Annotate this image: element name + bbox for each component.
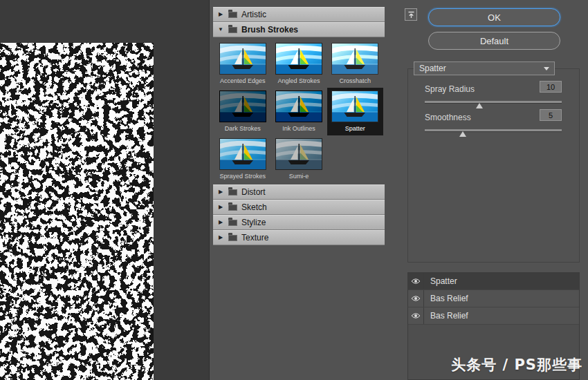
- filter-options-panel: Spray Radius Smoothness: [407, 68, 580, 263]
- thumbnail-image: [331, 91, 378, 122]
- thumbnail-label: Accented Edges: [220, 77, 266, 84]
- thumbnail-label: Crosshatch: [340, 77, 371, 84]
- filter-thumb-accented-edges[interactable]: Accented Edges: [214, 40, 270, 88]
- chevron-right-icon: ▶: [217, 205, 224, 210]
- chevron-down-icon: ▼: [217, 27, 224, 32]
- thumbnail-label: Sprayed Strokes: [219, 173, 266, 180]
- filter-thumb-sprayed-strokes[interactable]: Sprayed Strokes: [214, 135, 270, 183]
- preview-pane[interactable]: [0, 0, 210, 380]
- category-texture[interactable]: ▶ Texture: [213, 230, 385, 245]
- eye-icon: [411, 278, 421, 285]
- filter-thumbnail-grid: Accented Edges Angled Strokes Crosshatch…: [213, 37, 385, 184]
- thumbnail-label: Dark Strokes: [225, 125, 261, 132]
- thumbnail-image: [275, 91, 322, 122]
- category-label: Sketch: [241, 202, 267, 212]
- thumbnail-image: [275, 138, 322, 170]
- watermark: 头条号 / PS那些事: [451, 355, 582, 374]
- category-label: Texture: [241, 233, 268, 243]
- thumbnail-label: Sumi-e: [289, 173, 309, 180]
- filter-select-value: Spatter: [419, 64, 446, 73]
- eye-icon: [411, 295, 421, 302]
- chevron-right-icon: ▶: [217, 189, 224, 195]
- category-stylize[interactable]: ▶ Stylize: [213, 215, 385, 230]
- filter-thumb-dark-strokes[interactable]: Dark Strokes: [214, 88, 270, 135]
- visibility-toggle[interactable]: [408, 290, 424, 307]
- category-label: Stylize: [241, 218, 266, 227]
- category-sketch[interactable]: ▶ Sketch: [213, 200, 385, 215]
- category-distort[interactable]: ▶ Distort: [213, 184, 385, 200]
- smoothness-slider[interactable]: [425, 129, 562, 132]
- thumbnail-image: [331, 43, 378, 75]
- collapse-thumbnails-button[interactable]: [405, 8, 417, 21]
- thumbnail-image: [219, 91, 266, 122]
- thumbnail-image: [275, 43, 322, 75]
- effect-layer-row[interactable]: Spatter: [408, 273, 579, 290]
- category-label: Brush Strokes: [241, 25, 298, 35]
- filter-thumb-angled-strokes[interactable]: Angled Strokes: [270, 40, 327, 88]
- category-artistic[interactable]: ▶ Artistic: [213, 7, 385, 22]
- folder-icon: [228, 235, 237, 241]
- smoothness-label: Smoothness: [425, 113, 471, 122]
- effect-layer-label: Bas Relief: [424, 307, 468, 324]
- filter-thumb-sumi-e[interactable]: Sumi-e: [270, 135, 327, 183]
- thumbnail-image: [219, 138, 266, 170]
- folder-icon: [228, 12, 237, 18]
- chevron-right-icon: ▶: [217, 220, 224, 225]
- folder-icon: [228, 189, 237, 196]
- category-label: Distort: [241, 187, 266, 197]
- effect-layer-row[interactable]: Bas Relief: [408, 290, 579, 307]
- folder-icon: [228, 27, 237, 33]
- folder-icon: [228, 220, 237, 226]
- filter-thumb-crosshatch[interactable]: Crosshatch: [327, 40, 383, 88]
- thumbnail-label: Ink Outlines: [282, 125, 315, 132]
- chevron-right-icon: ▶: [217, 12, 224, 17]
- spray-radius-slider-thumb[interactable]: [476, 103, 483, 108]
- filter-thumb-ink-outlines[interactable]: Ink Outlines: [270, 88, 327, 135]
- spray-radius-input[interactable]: [540, 81, 562, 93]
- spatter-texture-image: [0, 43, 154, 380]
- collapse-arrow-icon: [407, 11, 415, 19]
- visibility-toggle[interactable]: [408, 273, 424, 289]
- thumbnail-label: Angled Strokes: [277, 77, 320, 84]
- filter-select[interactable]: Spatter: [414, 61, 555, 75]
- thumbnail-image: [219, 43, 266, 75]
- effect-layer-label: Bas Relief: [424, 290, 468, 307]
- smoothness-slider-thumb[interactable]: [459, 131, 466, 137]
- chevron-down-icon: [544, 67, 549, 70]
- visibility-toggle[interactable]: [408, 307, 424, 324]
- category-label: Artistic: [241, 10, 266, 19]
- eye-icon: [411, 312, 421, 319]
- category-brush-strokes[interactable]: ▼ Brush Strokes: [213, 22, 385, 37]
- spray-radius-label: Spray Radius: [425, 84, 475, 94]
- filter-category-list: ▶ Artistic ▼ Brush Strokes Accented Edge…: [213, 0, 385, 380]
- effect-layer-row[interactable]: Bas Relief: [408, 307, 579, 325]
- filter-thumb-spatter[interactable]: Spatter: [327, 88, 383, 135]
- smoothness-input[interactable]: [540, 109, 562, 121]
- effect-layer-label: Spatter: [424, 273, 457, 289]
- filter-gallery-window: ▶ Artistic ▼ Brush Strokes Accented Edge…: [0, 0, 588, 380]
- spray-radius-slider[interactable]: [425, 101, 562, 104]
- preview-canvas[interactable]: [0, 43, 154, 380]
- folder-icon: [228, 205, 237, 211]
- default-button[interactable]: Default: [428, 32, 560, 50]
- chevron-right-icon: ▶: [217, 235, 224, 240]
- thumbnail-label: Spatter: [345, 125, 365, 132]
- ok-button[interactable]: OK: [428, 8, 560, 26]
